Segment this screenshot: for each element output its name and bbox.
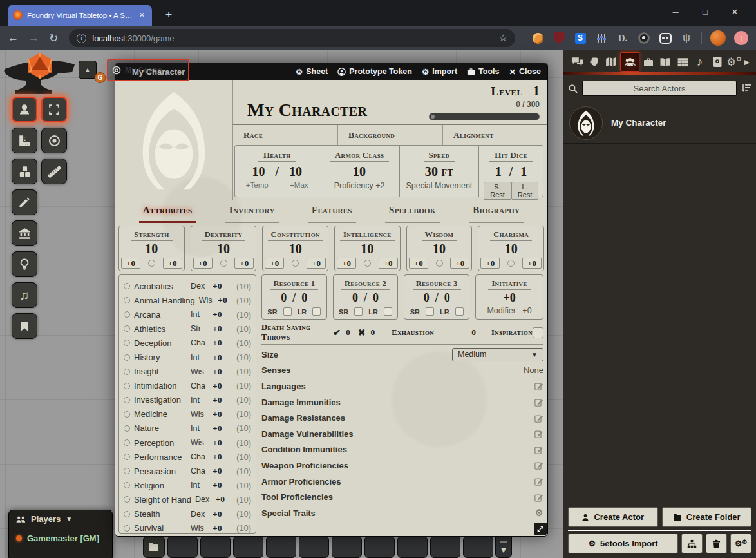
- skill-name[interactable]: Insight: [134, 367, 187, 376]
- macro-folder-button[interactable]: [143, 536, 165, 558]
- skill-proficiency-radio[interactable]: [124, 383, 130, 389]
- skill-proficiency-radio[interactable]: [124, 325, 130, 332]
- stylus-extension-icon[interactable]: S: [574, 32, 587, 44]
- save-proficiency-radio[interactable]: [148, 260, 155, 267]
- foundry-logo[interactable]: [4, 52, 76, 98]
- collapse-controls-button[interactable]: ▲: [79, 61, 97, 79]
- tool-walls-button[interactable]: [12, 220, 37, 246]
- skill-row[interactable]: Survival Wis +0 (10): [124, 521, 251, 534]
- hit-dice-current[interactable]: 1: [495, 164, 502, 179]
- profile-avatar[interactable]: [710, 30, 726, 46]
- skill-proficiency-radio[interactable]: [124, 340, 130, 346]
- skill-proficiency-radio[interactable]: [124, 425, 130, 432]
- background-field[interactable]: Background: [338, 125, 443, 145]
- skill-row[interactable]: Investigation Int +0 (10): [124, 393, 251, 407]
- short-rest-button[interactable]: S. Rest: [484, 182, 511, 200]
- skill-proficiency-radio[interactable]: [124, 411, 130, 418]
- tab-compendium[interactable]: [709, 53, 726, 71]
- tool-tiles-button[interactable]: [12, 159, 37, 184]
- fork-extension-icon[interactable]: ψ: [680, 32, 693, 44]
- ublock-extension-icon[interactable]: [553, 32, 565, 44]
- skill-proficiency-radio[interactable]: [124, 354, 130, 361]
- skill-row[interactable]: Arcana Int +0 (10): [124, 307, 251, 322]
- tab-manager-extension-icon[interactable]: [659, 32, 672, 44]
- resource-value[interactable]: 0: [424, 291, 430, 304]
- prototype-token-button[interactable]: Prototype Token: [337, 67, 412, 77]
- skill-proficiency-radio[interactable]: [124, 369, 130, 375]
- long-rest-button[interactable]: L. Rest: [511, 182, 538, 200]
- bookmark-star-icon[interactable]: ☆: [499, 32, 507, 44]
- tab-items[interactable]: [640, 53, 657, 71]
- macro-slot[interactable]: [397, 536, 428, 558]
- character-portrait[interactable]: [115, 80, 232, 200]
- speed-value[interactable]: 30 ft: [400, 164, 478, 179]
- search-input[interactable]: [582, 81, 737, 96]
- sr-checkbox[interactable]: [354, 307, 363, 316]
- tool-notes-button[interactable]: [12, 313, 37, 339]
- edit-icon[interactable]: [534, 461, 543, 470]
- address-bar[interactable]: i localhost:30000/game ☆: [69, 29, 515, 47]
- save-proficiency-radio[interactable]: [436, 260, 443, 267]
- collapse-sidebar-icon[interactable]: ▶: [743, 53, 751, 71]
- hit-dice-max[interactable]: 1: [520, 164, 527, 179]
- skill-name[interactable]: Animal Handling: [134, 296, 195, 305]
- tab-actors[interactable]: [620, 52, 639, 72]
- macro-slot[interactable]: [167, 536, 198, 558]
- resource-max[interactable]: 0: [373, 291, 379, 304]
- browser-tab[interactable]: Foundry Virtual Tabletop • A Stan ✕: [8, 5, 152, 26]
- window-resize-handle[interactable]: [534, 523, 547, 535]
- macro-slot[interactable]: [233, 536, 263, 558]
- site-info-icon[interactable]: i: [77, 34, 86, 43]
- scene-nav-highlight[interactable]: My Scene: [107, 59, 189, 81]
- macro-slot[interactable]: [463, 536, 493, 558]
- skill-row[interactable]: Nature Int +0 (10): [124, 421, 251, 436]
- skill-name[interactable]: Nature: [134, 423, 187, 433]
- tool-lighting-button[interactable]: [12, 251, 37, 277]
- tool-ruler-button[interactable]: [41, 159, 67, 184]
- skill-name[interactable]: Performance: [134, 452, 187, 462]
- skill-name[interactable]: Deception: [134, 338, 187, 348]
- character-name[interactable]: My Character: [247, 100, 367, 120]
- ability-score[interactable]: 10: [263, 242, 328, 256]
- senses-value[interactable]: None: [524, 365, 543, 375]
- gear-icon[interactable]: ⚙: [535, 507, 543, 519]
- tab-journal[interactable]: [657, 53, 674, 71]
- macro-slot[interactable]: [364, 536, 395, 558]
- edit-icon[interactable]: [534, 414, 543, 423]
- skill-name[interactable]: Survival: [134, 523, 187, 533]
- tab-features[interactable]: Features: [308, 205, 356, 223]
- close-window-icon[interactable]: ✕: [720, 0, 750, 24]
- death-failures[interactable]: 0: [371, 327, 375, 338]
- skill-name[interactable]: Perception: [134, 438, 187, 448]
- temp-max-label[interactable]: +Max: [290, 181, 308, 189]
- edit-icon[interactable]: [534, 477, 543, 486]
- skill-proficiency-radio[interactable]: [124, 496, 130, 503]
- macro-slot[interactable]: [430, 536, 460, 558]
- tool-drawings-button[interactable]: [12, 189, 37, 215]
- skill-proficiency-radio[interactable]: [124, 439, 130, 446]
- cookie-extension-icon[interactable]: [531, 32, 544, 44]
- skill-row[interactable]: Acrobatics Dex +0 (10): [124, 279, 251, 293]
- tab-biography[interactable]: Biography: [469, 205, 524, 223]
- tool-select-button[interactable]: [41, 97, 67, 122]
- resource-label[interactable]: Resource 1: [270, 279, 318, 290]
- actor-entry[interactable]: My Character: [563, 102, 756, 144]
- settings-button[interactable]: ⚙⚙: [730, 534, 751, 553]
- skill-row[interactable]: Intimidation Cha +0 (10): [124, 379, 251, 393]
- folder-tree-button[interactable]: [681, 534, 703, 553]
- resource-label[interactable]: Resource 3: [413, 279, 461, 290]
- resource-value[interactable]: 0: [352, 291, 358, 304]
- skill-name[interactable]: Acrobatics: [134, 282, 187, 291]
- lr-checkbox[interactable]: [455, 307, 464, 316]
- skill-name[interactable]: Intimidation: [134, 381, 187, 390]
- tab-playlists[interactable]: ♪: [692, 53, 708, 71]
- skill-name[interactable]: Investigation: [134, 395, 187, 405]
- skill-row[interactable]: Insight Wis +0 (10): [124, 365, 251, 379]
- skill-row[interactable]: Animal Handling Wis +0 (10): [124, 293, 251, 307]
- save-proficiency-radio[interactable]: [364, 260, 371, 267]
- lr-checkbox[interactable]: [384, 307, 392, 316]
- initiative-value[interactable]: +0: [476, 291, 543, 305]
- sheet-config-button[interactable]: ⚙ Sheet: [296, 67, 328, 77]
- players-header[interactable]: Players ▼: [9, 510, 112, 528]
- edit-icon[interactable]: [534, 445, 543, 454]
